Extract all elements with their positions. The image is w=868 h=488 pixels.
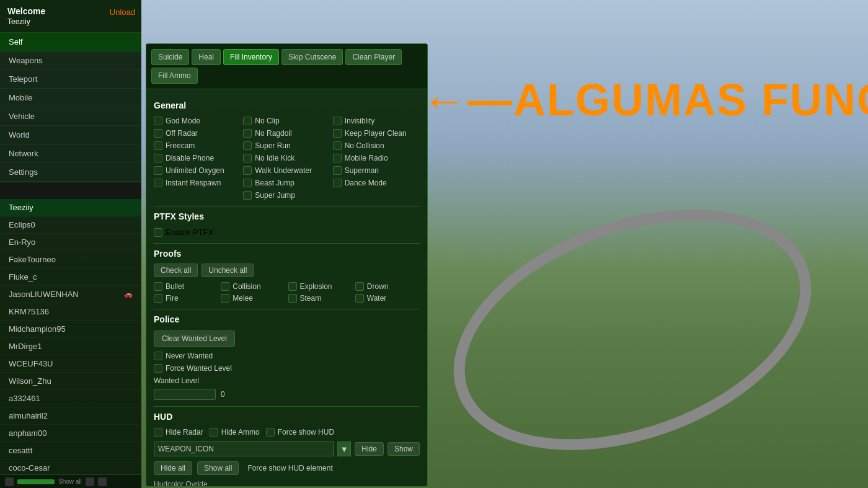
player-item[interactable]: a332461 xyxy=(0,390,141,407)
nav-item-world[interactable]: World xyxy=(0,126,141,144)
hide-radar-checkbox[interactable] xyxy=(154,428,162,437)
hide-all-button[interactable]: Hide all xyxy=(154,461,192,475)
toggle-checkbox[interactable] xyxy=(154,117,162,125)
toggle-checkbox[interactable] xyxy=(333,129,342,138)
player-item[interactable]: WCEUF43U xyxy=(0,355,141,373)
toggle-no-idle-kick[interactable]: No Idle Kick xyxy=(243,154,330,162)
tab-fill-inventory[interactable]: Fill Inventory xyxy=(223,49,279,65)
toggle-checkbox[interactable] xyxy=(243,129,252,138)
toggle-super-run[interactable]: Super Run xyxy=(243,141,330,150)
show-all-label[interactable]: Show all xyxy=(58,478,82,485)
force-wanted-toggle[interactable]: Force Wanted Level xyxy=(154,364,420,373)
nav-item-mobile[interactable]: Mobile xyxy=(0,89,141,107)
toggle-checkbox[interactable] xyxy=(243,117,252,125)
player-item[interactable]: Fluke_c xyxy=(0,268,141,286)
tab-clean-player[interactable]: Clean Player xyxy=(345,49,402,65)
nav-item-weapons[interactable]: Weapons xyxy=(0,51,141,70)
proof-water[interactable]: Water xyxy=(355,294,420,303)
proof-explosion[interactable]: Explosion xyxy=(288,282,353,291)
proof-checkbox[interactable] xyxy=(288,282,297,291)
toggle-no-ragdoll[interactable]: No Ragdoll xyxy=(243,129,330,138)
tab-skip-cutscene[interactable]: Skip Cutscene xyxy=(281,49,343,65)
proof-checkbox[interactable] xyxy=(154,294,162,303)
player-item[interactable]: almuhairil2 xyxy=(0,407,141,425)
player-item[interactable]: Midchampion95 xyxy=(0,321,141,338)
proof-melee[interactable]: Melee xyxy=(221,294,285,303)
toggle-checkbox[interactable] xyxy=(333,141,342,150)
dropdown-arrow-icon[interactable]: ▼ xyxy=(337,441,351,456)
player-item[interactable]: JasonLIUWENHAN 🚗 xyxy=(0,286,141,303)
toggle-checkbox[interactable] xyxy=(154,166,162,175)
toggle-keep-player-clean[interactable]: Keep Player Clean xyxy=(333,129,420,138)
player-item[interactable]: Teeziiy xyxy=(0,199,141,216)
hide-ammo-toggle[interactable]: Hide Ammo xyxy=(210,428,260,437)
tab-suicide[interactable]: Suicide xyxy=(151,49,189,65)
proof-drown[interactable]: Drown xyxy=(355,282,420,291)
never-wanted-toggle[interactable]: Never Wanted xyxy=(154,352,420,360)
ptfx-toggle-checkbox[interactable] xyxy=(154,228,162,237)
uncheck-all-button[interactable]: Uncheck all xyxy=(202,264,254,277)
toggle-off-radar[interactable]: Off Radar xyxy=(154,129,241,138)
hide-radar-toggle[interactable]: Hide Radar xyxy=(154,428,203,437)
toggle-superman[interactable]: Superman xyxy=(333,166,420,175)
toggle-instant-respawn[interactable]: Instant Respawn xyxy=(154,179,241,187)
proof-steam[interactable]: Steam xyxy=(288,294,353,303)
toggle-checkbox[interactable] xyxy=(154,129,162,138)
clear-wanted-button[interactable]: Clear Wanted Level xyxy=(154,331,235,347)
toggle-checkbox[interactable] xyxy=(243,166,252,175)
proof-checkbox[interactable] xyxy=(288,294,297,303)
proof-checkbox[interactable] xyxy=(221,294,229,303)
never-wanted-checkbox[interactable] xyxy=(154,352,162,360)
toggle-freecam[interactable]: Freecam xyxy=(154,141,241,150)
toggle-beast-jump[interactable]: Beast Jump xyxy=(243,179,330,187)
player-item[interactable]: EcIips0 xyxy=(0,216,141,234)
toggle-checkbox[interactable] xyxy=(154,154,162,162)
toggle-checkbox[interactable] xyxy=(154,141,162,150)
proof-checkbox[interactable] xyxy=(355,294,364,303)
toggle-disable-phone[interactable]: Disable Phone xyxy=(154,154,241,162)
proof-fire[interactable]: Fire xyxy=(154,294,218,303)
toggle-checkbox[interactable] xyxy=(243,141,252,150)
player-item[interactable]: coco-Cesar xyxy=(0,459,141,474)
player-item[interactable]: MrDirge1 xyxy=(0,338,141,355)
hud-show-button[interactable]: Show xyxy=(388,442,420,456)
toggle-walk-underwater[interactable]: Walk Underwater xyxy=(243,166,330,175)
toggle-invisibility[interactable]: Invisiblity xyxy=(333,117,420,125)
nav-item-vehicle[interactable]: Vehicle xyxy=(0,107,141,126)
toggle-checkbox[interactable] xyxy=(243,154,252,162)
toggle-checkbox[interactable] xyxy=(154,179,162,187)
player-item[interactable]: FakeTourneo xyxy=(0,251,141,268)
toggle-god-mode[interactable]: God Mode xyxy=(154,117,241,125)
toggle-super-jump[interactable]: Super Jump xyxy=(243,191,330,200)
player-item[interactable]: anpham00 xyxy=(0,425,141,442)
proof-checkbox[interactable] xyxy=(221,282,229,291)
toggle-no-collision[interactable]: No Collision xyxy=(333,141,420,150)
wanted-slider[interactable] xyxy=(154,389,216,400)
force-wanted-checkbox[interactable] xyxy=(154,364,162,373)
proof-checkbox[interactable] xyxy=(355,282,364,291)
player-item[interactable]: cesattt xyxy=(0,442,141,459)
check-all-button[interactable]: Check all xyxy=(154,264,198,277)
force-show-hud-toggle[interactable]: Force show HUD xyxy=(266,428,334,437)
toggle-checkbox[interactable] xyxy=(333,154,342,162)
show-all-button[interactable]: Show all xyxy=(197,461,239,475)
player-item[interactable]: Wilson_Zhu xyxy=(0,373,141,390)
hud-hide-button[interactable]: Hide xyxy=(355,442,384,456)
nav-item-settings[interactable]: Settings xyxy=(0,163,141,182)
proof-bullet[interactable]: Bullet xyxy=(154,282,218,291)
toggle-dance-mode[interactable]: Dance Mode xyxy=(333,179,420,187)
force-show-hud-checkbox[interactable] xyxy=(266,428,275,437)
hud-dropdown[interactable]: WEAPON_ICON xyxy=(154,441,334,456)
nav-item-self[interactable]: Self xyxy=(0,33,141,51)
toggle-mobile-radio[interactable]: Mobile Radio xyxy=(333,154,420,162)
tab-heal[interactable]: Heal xyxy=(192,49,221,65)
proof-collision[interactable]: Collision xyxy=(221,282,285,291)
nav-item-teleport[interactable]: Teleport xyxy=(0,70,141,89)
hide-ammo-checkbox[interactable] xyxy=(210,428,218,437)
player-item[interactable]: KRM75136 xyxy=(0,303,141,321)
toggle-no-clip[interactable]: No Clip xyxy=(243,117,330,125)
player-item[interactable]: En-Ryo xyxy=(0,234,141,251)
toggle-checkbox[interactable] xyxy=(243,179,252,187)
nav-item-network[interactable]: Network xyxy=(0,144,141,163)
toggle-checkbox[interactable] xyxy=(333,117,342,125)
